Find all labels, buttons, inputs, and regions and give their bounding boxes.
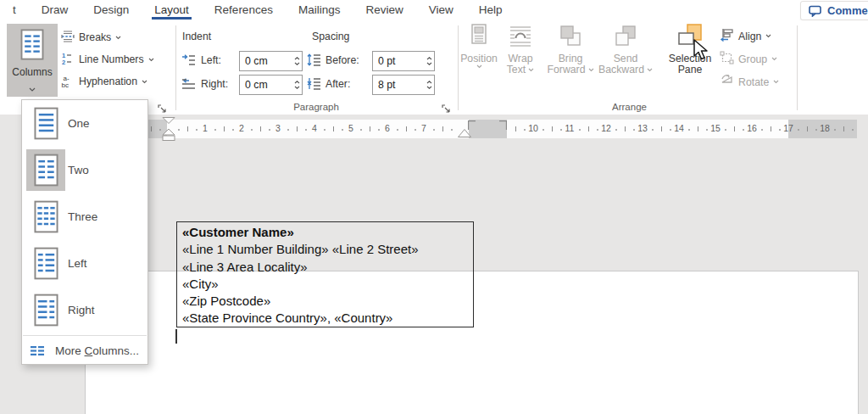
- chevron-down-icon: [148, 58, 154, 62]
- ruler-mark: [852, 129, 854, 131]
- ruler-mark: [834, 129, 836, 131]
- tab-mailings[interactable]: Mailings: [286, 1, 353, 20]
- wrap-text-button[interactable]: Wrap Text: [500, 24, 541, 76]
- hyphenation-label: Hyphenation: [79, 76, 137, 87]
- column-gutter-right-marker[interactable]: [498, 120, 507, 131]
- ruler-mark: 11: [563, 123, 576, 133]
- columns-one-icon: [26, 103, 65, 144]
- merge-field-line[interactable]: «City»: [182, 276, 473, 293]
- line-numbers-icon: 1 2: [61, 52, 75, 68]
- ruler-mark: 1: [198, 123, 212, 133]
- ribbon-tab-bar: tDrawDesignLayoutReferencesMailingsRevie…: [0, 0, 868, 20]
- tab-review[interactable]: Review: [353, 1, 415, 20]
- spacing-after-row: After:: [307, 75, 350, 93]
- columns-menu-item-left[interactable]: Left: [22, 240, 147, 287]
- tab-view[interactable]: View: [416, 1, 466, 20]
- ruler-mark: [688, 129, 690, 131]
- indent-left-input[interactable]: [240, 53, 293, 69]
- breaks-button[interactable]: Breaks: [61, 29, 121, 46]
- align-button[interactable]: Align: [720, 28, 771, 44]
- columns-two-icon: [26, 149, 65, 191]
- columns-menu-item-label: Left: [68, 257, 87, 270]
- ruler-mark: [807, 126, 808, 131]
- ruler-mark: [771, 126, 771, 131]
- more-columns-menu-item[interactable]: More Columns...: [22, 338, 147, 363]
- indent-header: Indent: [182, 31, 211, 42]
- tab-references[interactable]: References: [202, 1, 286, 20]
- ruler-mark: [597, 129, 598, 131]
- ruler-mark: [159, 129, 161, 131]
- ruler-mark: 16: [745, 123, 759, 133]
- merge-field-line[interactable]: «Line 1 Number Building» «Line 2 Street»: [182, 241, 473, 258]
- spacing-after-stepper[interactable]: [426, 76, 434, 93]
- columns-menu-item-three[interactable]: Three: [22, 193, 147, 240]
- send-backward-icon: [614, 24, 637, 50]
- indent-left-spinbox: [239, 51, 303, 71]
- indent-right-stepper[interactable]: [293, 76, 302, 93]
- tab-design[interactable]: Design: [81, 1, 142, 20]
- ruler-mark: [725, 129, 726, 131]
- selection-pane-label-2: Pane: [678, 64, 703, 76]
- ruler-mark: [232, 129, 234, 131]
- page-break-icon: [61, 30, 75, 46]
- merge-field-line[interactable]: «Zip Postcode»: [182, 293, 473, 310]
- merge-field-line[interactable]: «State Province Country», «Country»: [182, 310, 473, 327]
- ruler-mark: [151, 126, 152, 131]
- ruler-mark: 2: [235, 123, 248, 133]
- ruler-mark: [779, 129, 781, 131]
- position-icon: [469, 24, 489, 50]
- ruler-mark: [798, 129, 799, 131]
- rotate-button[interactable]: Rotate: [720, 74, 779, 90]
- indent-right-spinbox: [239, 75, 303, 95]
- merge-field-line[interactable]: «Line 3 Area Locality»: [182, 259, 473, 276]
- group-label: Group: [738, 53, 767, 65]
- columns-menu-item-two[interactable]: Two: [22, 147, 147, 193]
- indent-right-label: Right:: [201, 78, 228, 90]
- page-setup-dialog-launcher[interactable]: [158, 102, 168, 112]
- columns-button[interactable]: Columns: [7, 24, 58, 97]
- spacing-after-input[interactable]: [373, 77, 426, 92]
- group-button[interactable]: Group: [720, 51, 777, 67]
- chevron-down-icon: [476, 64, 482, 69]
- more-columns-label: More Columns...: [55, 344, 139, 357]
- spacing-header: Spacing: [312, 31, 349, 42]
- tab-layout[interactable]: Layout: [142, 1, 202, 20]
- ruler-mark: [378, 129, 380, 131]
- spacing-before-input[interactable]: [373, 53, 426, 69]
- more-columns-icon: [30, 345, 45, 356]
- columns-menu-item-right[interactable]: Right: [22, 287, 147, 333]
- indent-left-row: Left:: [181, 51, 221, 70]
- line-numbers-button[interactable]: 1 2 Line Numbers: [61, 51, 154, 68]
- indent-right-input[interactable]: [240, 77, 293, 92]
- ruler-mark: 4: [308, 123, 321, 133]
- spacing-before-spinbox: [372, 51, 435, 71]
- chevron-down-icon: [29, 80, 36, 95]
- send-backward-button[interactable]: Send Backward: [598, 24, 654, 76]
- indent-left-icon: [181, 54, 196, 66]
- ruler-mark: [397, 129, 398, 131]
- paragraph-dialog-launcher[interactable]: [442, 102, 452, 112]
- tab-t[interactable]: t: [0, 1, 29, 20]
- comments-button[interactable]: Comme: [800, 1, 868, 20]
- indent-markers[interactable]: [162, 117, 175, 142]
- column-gutter-left-marker[interactable]: [468, 120, 476, 131]
- ruler-mark: [542, 129, 544, 131]
- ruler-mark: [698, 126, 698, 131]
- ruler-mark: [761, 129, 763, 131]
- position-button[interactable]: Position: [460, 24, 498, 69]
- text-cursor: [175, 329, 177, 344]
- hyphenation-button[interactable]: a- bc Hyphenation: [61, 73, 147, 90]
- chevron-down-icon: [647, 68, 653, 72]
- bring-forward-button[interactable]: Bring Forward: [546, 24, 595, 76]
- columns-menu-item-one[interactable]: One: [22, 100, 147, 147]
- merge-field-line[interactable]: «Customer Name»: [182, 224, 473, 241]
- ruler-mark: 10: [526, 123, 540, 133]
- spacing-after-label: After:: [326, 78, 350, 90]
- ruler-mark: 7: [417, 123, 431, 133]
- tab-help[interactable]: Help: [466, 1, 515, 20]
- indent-left-stepper[interactable]: [293, 53, 302, 70]
- group-separator: [175, 25, 176, 110]
- mail-merge-address-block[interactable]: «Customer Name»«Line 1 Number Building» …: [176, 221, 474, 327]
- spacing-before-stepper[interactable]: [426, 53, 434, 70]
- tab-draw[interactable]: Draw: [29, 1, 81, 20]
